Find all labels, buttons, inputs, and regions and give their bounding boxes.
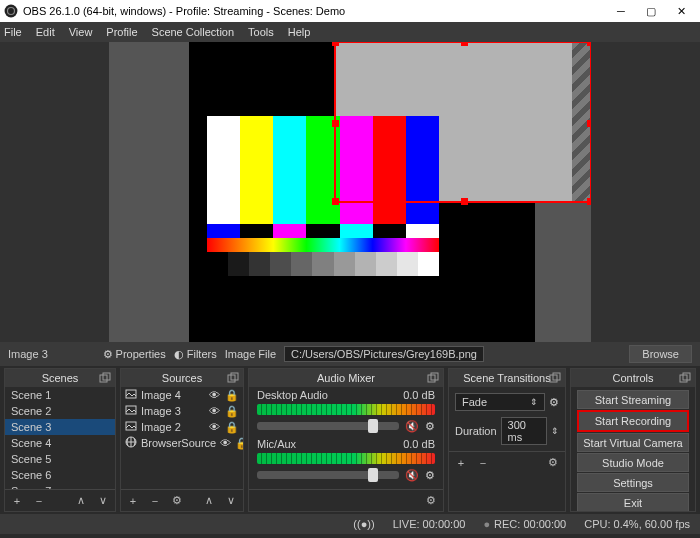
scene-row[interactable]: Scene 5 xyxy=(5,451,115,467)
chevron-updown-icon[interactable]: ⇕ xyxy=(551,426,559,436)
control-start-recording[interactable]: Start Recording xyxy=(577,410,689,432)
browse-button[interactable]: Browse xyxy=(629,345,692,363)
source-row[interactable]: BrowserSource👁🔒 xyxy=(121,435,243,451)
source-row[interactable]: Image 2👁🔒 xyxy=(121,419,243,435)
menu-scene-collection[interactable]: Scene Collection xyxy=(152,26,235,38)
globe-icon xyxy=(125,436,137,450)
source-row[interactable]: Image 4👁🔒 xyxy=(121,387,243,403)
add-button[interactable]: + xyxy=(125,495,141,507)
remove-button[interactable]: − xyxy=(31,495,47,507)
gear-icon[interactable]: ⚙ xyxy=(425,420,435,433)
resize-handle[interactable] xyxy=(587,42,591,46)
preview-canvas[interactable] xyxy=(109,42,591,342)
resize-handle[interactable] xyxy=(461,42,468,46)
move-up-button[interactable]: ∧ xyxy=(73,494,89,507)
control-exit[interactable]: Exit xyxy=(577,493,689,511)
move-down-button[interactable]: ∨ xyxy=(95,494,111,507)
gear-icon[interactable]: ⚙ xyxy=(545,456,561,469)
transitions-panel: Scene Transitions Fade⇕ ⚙ Duration 300 m… xyxy=(448,368,566,512)
broadcast-icon: ((●)) xyxy=(353,518,374,530)
selected-source-label: Image 3 xyxy=(8,348,48,360)
obs-logo-icon xyxy=(4,4,18,18)
panel-title: Controls xyxy=(613,372,654,384)
add-button[interactable]: + xyxy=(9,495,25,507)
panel-title: Scenes xyxy=(42,372,79,384)
source-toolbar: Image 3 ⚙Properties ◐Filters Image File … xyxy=(0,342,700,366)
properties-button[interactable]: ⚙Properties xyxy=(103,348,166,361)
minimize-button[interactable]: ─ xyxy=(606,0,636,22)
popout-icon[interactable] xyxy=(227,372,239,384)
volume-slider[interactable] xyxy=(257,422,399,430)
menubar: File Edit View Profile Scene Collection … xyxy=(0,22,700,42)
gear-icon[interactable]: ⚙ xyxy=(423,494,439,507)
move-down-button[interactable]: ∨ xyxy=(223,494,239,507)
window-title: OBS 26.1.0 (64-bit, windows) - Profile: … xyxy=(23,5,606,17)
duration-field[interactable]: 300 ms xyxy=(501,417,547,445)
selection-outline[interactable] xyxy=(334,42,591,203)
popout-icon[interactable] xyxy=(549,372,561,384)
menu-help[interactable]: Help xyxy=(288,26,311,38)
popout-icon[interactable] xyxy=(427,372,439,384)
mute-button[interactable]: 🔇 xyxy=(405,469,419,482)
close-button[interactable]: ✕ xyxy=(666,0,696,22)
lock-toggle[interactable]: 🔒 xyxy=(225,389,239,402)
resize-handle[interactable] xyxy=(332,42,339,46)
resize-handle[interactable] xyxy=(587,120,591,127)
control-studio-mode[interactable]: Studio Mode xyxy=(577,453,689,472)
menu-view[interactable]: View xyxy=(69,26,93,38)
panel-title: Scene Transitions xyxy=(463,372,550,384)
scene-row[interactable]: Scene 1 xyxy=(5,387,115,403)
mixer-channel: Desktop Audio0.0 dB🔇⚙ xyxy=(249,387,443,436)
sources-list[interactable]: Image 4👁🔒Image 3👁🔒Image 2👁🔒BrowserSource… xyxy=(121,387,243,489)
record-icon: ● xyxy=(483,518,490,530)
channel-name: Mic/Aux xyxy=(257,438,296,450)
menu-file[interactable]: File xyxy=(4,26,22,38)
maximize-button[interactable]: ▢ xyxy=(636,0,666,22)
visibility-toggle[interactable]: 👁 xyxy=(207,389,221,401)
source-row[interactable]: Image 3👁🔒 xyxy=(121,403,243,419)
source-name: BrowserSource xyxy=(141,437,216,449)
remove-button[interactable]: − xyxy=(147,495,163,507)
popout-icon[interactable] xyxy=(679,372,691,384)
resize-handle[interactable] xyxy=(587,198,591,205)
resize-handle[interactable] xyxy=(332,120,339,127)
scene-row[interactable]: Scene 4 xyxy=(5,435,115,451)
scene-row[interactable]: Scene 2 xyxy=(5,403,115,419)
scenes-panel: Scenes Scene 1Scene 2Scene 3Scene 4Scene… xyxy=(4,368,116,512)
transition-select[interactable]: Fade⇕ xyxy=(455,393,545,411)
scene-row[interactable]: Scene 6 xyxy=(5,467,115,483)
preview-pillarbox xyxy=(109,42,189,342)
scenes-list[interactable]: Scene 1Scene 2Scene 3Scene 4Scene 5Scene… xyxy=(5,387,115,489)
lock-toggle[interactable]: 🔒 xyxy=(225,421,239,434)
add-button[interactable]: + xyxy=(453,457,469,469)
visibility-toggle[interactable]: 👁 xyxy=(207,421,221,433)
control-start-virtual-camera[interactable]: Start Virtual Camera xyxy=(577,433,689,452)
source-name: Image 3 xyxy=(141,405,203,417)
mute-button[interactable]: 🔇 xyxy=(405,420,419,433)
scene-row[interactable]: Scene 3 xyxy=(5,419,115,435)
resize-handle[interactable] xyxy=(332,198,339,205)
visibility-toggle[interactable]: 👁 xyxy=(220,437,231,449)
status-cpu: CPU: 0.4%, 60.00 fps xyxy=(584,518,690,530)
resize-handle[interactable] xyxy=(461,198,468,205)
volume-slider[interactable] xyxy=(257,471,399,479)
menu-edit[interactable]: Edit xyxy=(36,26,55,38)
menu-tools[interactable]: Tools xyxy=(248,26,274,38)
preview-area[interactable] xyxy=(0,42,700,342)
lock-toggle[interactable]: 🔒 xyxy=(225,405,239,418)
remove-button[interactable]: − xyxy=(475,457,491,469)
image-file-field[interactable]: C:/Users/OBS/Pictures/Grey169B.png xyxy=(284,346,484,362)
gear-icon[interactable]: ⚙ xyxy=(425,469,435,482)
visibility-toggle[interactable]: 👁 xyxy=(207,405,221,417)
channel-name: Desktop Audio xyxy=(257,389,328,401)
gear-icon[interactable]: ⚙ xyxy=(549,396,559,409)
gear-icon[interactable]: ⚙ xyxy=(169,494,185,507)
lock-toggle[interactable]: 🔒 xyxy=(235,437,243,450)
menu-profile[interactable]: Profile xyxy=(106,26,137,38)
popout-icon[interactable] xyxy=(99,372,111,384)
move-up-button[interactable]: ∧ xyxy=(201,494,217,507)
control-settings[interactable]: Settings xyxy=(577,473,689,492)
filters-button[interactable]: ◐Filters xyxy=(174,348,217,361)
control-start-streaming[interactable]: Start Streaming xyxy=(577,390,689,409)
channel-db: 0.0 dB xyxy=(403,438,435,450)
